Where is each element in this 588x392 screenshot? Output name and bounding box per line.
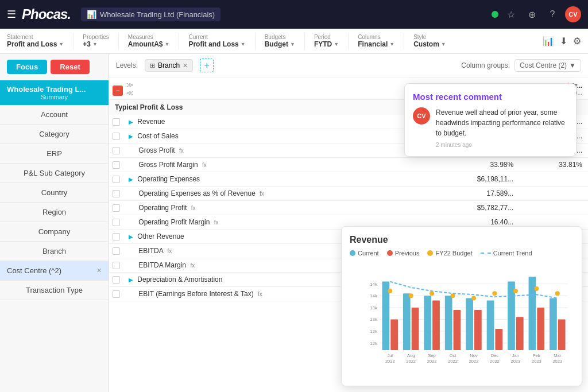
- sidebar-item-costcentre[interactable]: Cost Centre (^2) ✕: [0, 261, 109, 281]
- row-expand-11[interactable]: ▶: [129, 277, 133, 283]
- sidebar-item-category[interactable]: Category: [0, 125, 109, 144]
- sidebar-item-branch[interactable]: Branch: [0, 242, 109, 261]
- chart-popup: Revenue Current Previous FY22 Budget: [341, 226, 582, 386]
- sidebar-item-country[interactable]: Country: [0, 183, 109, 203]
- chart-icon[interactable]: 📊: [543, 36, 554, 46]
- row-label-cell-3: [109, 158, 126, 172]
- row-previous-4: [519, 172, 588, 187]
- statement-group[interactable]: Statement Profit and Loss ▼: [7, 34, 64, 48]
- row-label-cell-9: [109, 244, 126, 258]
- star-icon[interactable]: ☆: [503, 6, 519, 22]
- budgets-value[interactable]: Budget ▼: [265, 40, 295, 48]
- row-checkbox-11[interactable]: [113, 276, 120, 284]
- download-icon[interactable]: ⬇: [560, 36, 567, 46]
- row-checkbox-0[interactable]: [113, 118, 120, 126]
- sidebar-item-company[interactable]: Company: [0, 222, 109, 242]
- row-expand-0[interactable]: ▶: [129, 119, 133, 125]
- legend-trend: Current Trend: [481, 250, 532, 257]
- active-sidebar-item[interactable]: Wholesale Trading L... Summary: [0, 80, 109, 105]
- legend-current-label: Current: [358, 250, 379, 257]
- measures-group[interactable]: Measures AmountA$ ▼: [128, 34, 170, 48]
- row-checkbox-8[interactable]: [113, 233, 120, 240]
- svg-rect-27: [537, 308, 544, 350]
- current-value[interactable]: Profit and Loss ▼: [188, 40, 245, 48]
- sidebar: Focus Reset Wholesale Trading L... Summa…: [0, 54, 109, 392]
- row-checkbox-3[interactable]: [113, 161, 120, 169]
- columns-arrow: ▼: [389, 41, 394, 47]
- fx-badge-3: fx: [202, 162, 207, 168]
- columns-group[interactable]: Columns Financial ▼: [358, 34, 394, 48]
- company-icon: 📊: [87, 10, 96, 19]
- collapse-icon[interactable]: ≪: [126, 89, 134, 97]
- add-level-button[interactable]: +: [200, 59, 214, 72]
- col-controls-area: −: [109, 86, 126, 97]
- row-checkbox-1[interactable]: [113, 133, 120, 140]
- fx-badge-5: fx: [260, 191, 264, 197]
- period-value[interactable]: FYTD ▼: [314, 40, 339, 48]
- divider4: [255, 33, 256, 50]
- svg-text:Jul: Jul: [387, 353, 393, 358]
- sidebar-item-account[interactable]: Account: [0, 105, 109, 125]
- cost-centre-remove[interactable]: ✕: [96, 267, 102, 274]
- row-checkbox-9[interactable]: [113, 247, 120, 255]
- row-checkbox-6[interactable]: [113, 204, 120, 212]
- row-expand-4[interactable]: ▶: [129, 176, 133, 183]
- svg-point-37: [534, 286, 539, 291]
- statement-value[interactable]: Profit and Loss ▼: [7, 40, 64, 48]
- col-group-select[interactable]: Cost Centre (2) ▼: [514, 59, 581, 72]
- branch-level-tag[interactable]: ⊞ Branch ✕: [145, 59, 193, 72]
- revenue-chart: 12k12k13k13k14k14kJul2022Aug2022Sep2022O…: [350, 261, 574, 376]
- help-icon[interactable]: ?: [544, 6, 560, 22]
- expand-icon[interactable]: ≫: [126, 81, 134, 89]
- style-label: Style: [413, 34, 446, 40]
- user-avatar[interactable]: CV: [565, 6, 581, 22]
- row-expand-8[interactable]: ▶: [129, 234, 133, 240]
- active-item-subtitle: Summary: [7, 94, 102, 100]
- row-checkbox-2[interactable]: [113, 147, 120, 154]
- measures-value[interactable]: AmountA$ ▼: [128, 40, 170, 48]
- columns-value[interactable]: Financial ▼: [358, 40, 394, 48]
- divider6: [348, 33, 349, 50]
- company-selector[interactable]: 📊 Wholesale Trading Ltd (Financials): [81, 7, 220, 21]
- current-group[interactable]: Current Profit and Loss ▼: [188, 34, 245, 48]
- period-group[interactable]: Period FYTD ▼: [314, 34, 339, 48]
- hamburger-icon[interactable]: ☰: [7, 8, 16, 21]
- row-name-cell-4: ▶ Operating Expenses: [126, 172, 421, 187]
- row-label-6: Operating Profit: [138, 204, 187, 212]
- row-current-3: 33.98%: [421, 158, 519, 172]
- fx-badge-9: fx: [167, 248, 172, 254]
- sidebar-item-plsubcategory[interactable]: P&L Sub Category: [0, 164, 109, 183]
- collapse-all-button[interactable]: −: [113, 86, 123, 96]
- row-checkbox-12[interactable]: [113, 290, 120, 298]
- svg-point-34: [471, 296, 476, 300]
- legend-current: Current: [350, 250, 379, 257]
- style-value[interactable]: Custom ▼: [413, 40, 446, 48]
- properties-value[interactable]: +3 ▼: [83, 40, 109, 48]
- row-checkbox-5[interactable]: [113, 190, 120, 197]
- row-name-cell-6: Operating Profit fx: [126, 201, 421, 215]
- row-checkbox-10[interactable]: [113, 262, 120, 269]
- branch-tag-close[interactable]: ✕: [183, 62, 188, 69]
- row-checkbox-4[interactable]: [113, 176, 120, 183]
- focus-button[interactable]: Focus: [7, 60, 47, 74]
- table-row: ▶ Operating Expenses $6,198,11...: [109, 172, 588, 187]
- properties-group[interactable]: Properties +3 ▼: [83, 34, 109, 48]
- row-label-9: EBITDA: [138, 247, 163, 255]
- budgets-arrow: ▼: [290, 41, 295, 47]
- row-label-12: EBIT (Earnings Before Interest & Tax): [138, 290, 253, 298]
- budgets-group[interactable]: Budgets Budget ▼: [265, 34, 295, 48]
- row-expand-1[interactable]: ▶: [129, 133, 133, 139]
- fx-badge-7: fx: [214, 219, 219, 226]
- row-label-cell-2: [109, 143, 126, 158]
- row-name-cell-1: ▶ Cost of Sales: [126, 129, 421, 143]
- sidebar-item-region[interactable]: Region: [0, 203, 109, 222]
- row-checkbox-7[interactable]: [113, 219, 120, 226]
- sidebar-item-erp[interactable]: ERP: [0, 144, 109, 164]
- settings-icon[interactable]: ⚙: [573, 36, 581, 46]
- reset-button[interactable]: Reset: [51, 60, 89, 74]
- style-group[interactable]: Style Custom ▼: [413, 34, 446, 48]
- sidebar-item-transactiontype[interactable]: Transaction Type: [0, 281, 109, 300]
- svg-text:2023: 2023: [552, 359, 562, 364]
- plus-icon[interactable]: ⊕: [524, 6, 540, 22]
- svg-rect-25: [516, 317, 524, 350]
